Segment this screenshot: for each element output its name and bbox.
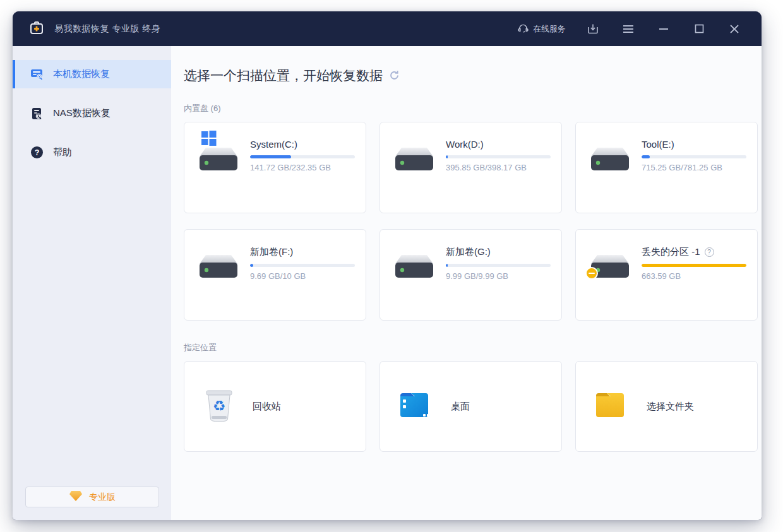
sidebar-item-label: 帮助: [53, 146, 72, 158]
titlebar: 易我数据恢复 专业版 终身 在线服务: [13, 11, 762, 46]
drive-capacity: 663.59 GB: [642, 271, 748, 281]
app-logo-icon: [29, 20, 44, 38]
refresh-icon[interactable]: [389, 70, 400, 83]
drive-card-tool-e[interactable]: Tool(E:) 715.25 GB/781.25 GB: [575, 122, 758, 213]
drive-card-lost-partition[interactable]: 丢失的分区 -1 ? 663.59 GB: [575, 229, 758, 321]
menu-button[interactable]: [620, 21, 637, 37]
location-label: 桌面: [451, 401, 470, 413]
sidebar-item-label: NAS数据恢复: [53, 107, 111, 119]
drive-name: 新加卷(G:): [446, 246, 491, 258]
drive-card-volume-f[interactable]: 新加卷(F:) 9.69 GB/10 GB: [184, 229, 366, 321]
maximize-button[interactable]: [691, 21, 707, 37]
online-service-label: 在线服务: [533, 23, 566, 35]
hard-drive-icon: [198, 138, 241, 173]
location-card-desktop[interactable]: 桌面: [380, 361, 562, 452]
sidebar-item-help[interactable]: ? 帮助: [13, 138, 171, 167]
usage-bar: [446, 264, 551, 267]
internal-disk-grid: System(C:) 141.72 GB/232.35 GB Work(D:) …: [184, 122, 762, 321]
hard-drive-icon: [394, 138, 437, 173]
app-title: 易我数据恢复 专业版 终身: [54, 23, 160, 35]
usage-bar: [250, 155, 355, 158]
drive-name: 丢失的分区 -1: [642, 246, 700, 258]
lost-partition-badge-icon: [585, 267, 598, 280]
usage-bar: [250, 264, 355, 267]
nas-recovery-icon: [30, 107, 44, 121]
drive-capacity: 395.85 GB/398.17 GB: [446, 163, 552, 172]
download-center-button[interactable]: [585, 21, 601, 37]
location-label: 回收站: [253, 401, 281, 413]
drive-card-work-d[interactable]: Work(D:) 395.85 GB/398.17 GB: [380, 122, 562, 213]
sidebar-item-local-recovery[interactable]: 本机数据恢复: [13, 60, 171, 88]
usage-bar: [446, 155, 551, 158]
drive-capacity: 715.25 GB/781.25 GB: [642, 163, 748, 172]
app-window: 易我数据恢复 专业版 终身 在线服务: [13, 11, 762, 520]
drive-name: Tool(E:): [642, 139, 674, 150]
svg-text:?: ?: [34, 148, 39, 157]
section-internal-disks: 内置盘 (6): [184, 103, 762, 114]
sidebar-item-label: 本机数据恢复: [53, 68, 110, 80]
online-service-button[interactable]: 在线服务: [518, 23, 566, 35]
hard-drive-icon: [198, 245, 241, 280]
local-recovery-icon: [30, 68, 44, 81]
section-specified-locations: 指定位置: [184, 342, 762, 353]
drive-card-volume-g[interactable]: 新加卷(G:) 9.99 GB/9.99 GB: [380, 229, 562, 321]
usage-bar: [642, 155, 746, 158]
usage-bar: [642, 264, 746, 267]
desktop-folder-icon: [399, 391, 433, 422]
location-label: 选择文件夹: [647, 401, 694, 413]
main-content: 选择一个扫描位置，开始恢复数据 内置盘 (6): [171, 46, 762, 520]
drive-card-system-c[interactable]: System(C:) 141.72 GB/232.35 GB: [184, 122, 366, 213]
headset-icon: [518, 23, 529, 35]
edition-upgrade-button[interactable]: 专业版: [25, 487, 159, 507]
drive-capacity: 141.72 GB/232.35 GB: [250, 163, 356, 172]
drive-name: 新加卷(F:): [250, 246, 293, 258]
drive-capacity: 9.99 GB/9.99 GB: [446, 271, 552, 281]
sidebar-item-nas-recovery[interactable]: NAS数据恢复: [13, 99, 171, 127]
hard-drive-icon: [590, 245, 633, 280]
location-card-select-folder[interactable]: 选择文件夹: [575, 361, 758, 452]
lost-partition-help-icon[interactable]: ?: [705, 247, 714, 257]
recycle-bin-icon: ♻: [203, 387, 235, 425]
edition-label: 专业版: [89, 492, 116, 503]
help-icon: ?: [30, 146, 44, 160]
svg-text:♻: ♻: [213, 398, 226, 414]
gem-icon: [69, 490, 83, 504]
select-folder-icon: [595, 391, 629, 422]
hard-drive-icon: [590, 138, 633, 173]
location-grid: ♻ 回收站: [184, 361, 762, 452]
drive-name: System(C:): [250, 139, 297, 150]
minimize-button[interactable]: [655, 21, 672, 37]
hard-drive-icon: [394, 245, 437, 280]
location-card-recycle-bin[interactable]: ♻ 回收站: [184, 361, 366, 452]
sidebar: 本机数据恢复 NAS数据恢复: [13, 46, 171, 520]
page-title: 选择一个扫描位置，开始恢复数据: [184, 67, 383, 85]
close-button[interactable]: [726, 21, 743, 37]
drive-capacity: 9.69 GB/10 GB: [250, 271, 356, 281]
drive-name: Work(D:): [446, 139, 484, 150]
